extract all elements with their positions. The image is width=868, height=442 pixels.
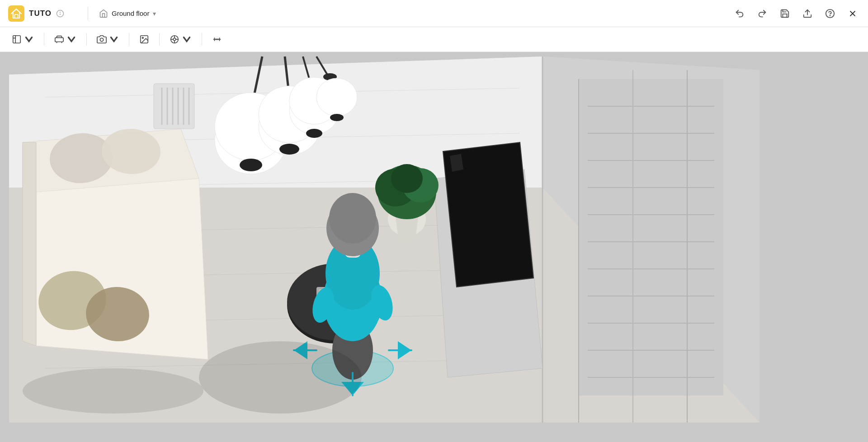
redo-button[interactable] bbox=[755, 6, 769, 21]
toolbar bbox=[0, 27, 868, 52]
toolbar-sep-5 bbox=[202, 33, 202, 46]
floor-chevron-icon: ▾ bbox=[153, 10, 156, 17]
ruler-icon bbox=[212, 34, 222, 44]
scene-3d bbox=[0, 52, 868, 442]
svg-point-76 bbox=[316, 78, 357, 116]
topbar-divider bbox=[88, 7, 88, 20]
svg-point-80 bbox=[330, 114, 344, 121]
image-tool-button[interactable] bbox=[135, 32, 154, 47]
furniture-tool-button[interactable] bbox=[50, 32, 81, 47]
room-dropdown-icon bbox=[182, 34, 192, 44]
close-button[interactable] bbox=[845, 6, 860, 21]
logo-area: TUTO bbox=[8, 5, 80, 22]
toolbar-sep-3 bbox=[129, 33, 129, 46]
canvas-area[interactable]: Select your view mode 2D 3D − + bbox=[0, 52, 868, 442]
help-button[interactable] bbox=[823, 6, 837, 21]
toolbar-sep-2 bbox=[86, 33, 87, 46]
svg-point-79 bbox=[306, 129, 322, 138]
svg-rect-0 bbox=[8, 5, 24, 22]
floor-plan-icon bbox=[99, 9, 108, 18]
svg-marker-92 bbox=[396, 217, 418, 242]
save-button[interactable] bbox=[778, 6, 792, 21]
topbar-right bbox=[732, 6, 860, 21]
layout-tool-button[interactable] bbox=[7, 32, 38, 47]
room-icon bbox=[170, 34, 179, 44]
undo-button[interactable] bbox=[732, 6, 747, 21]
layout-dropdown-icon bbox=[24, 34, 34, 44]
furniture-icon bbox=[54, 34, 64, 44]
share-button[interactable] bbox=[800, 6, 815, 21]
furniture-dropdown-icon bbox=[66, 34, 76, 44]
floor-selector[interactable]: Ground floor ▾ bbox=[95, 7, 160, 20]
svg-point-20 bbox=[173, 38, 176, 41]
topbar: TUTO Ground floor ▾ bbox=[0, 0, 868, 27]
camera-tool-button[interactable] bbox=[92, 32, 123, 47]
svg-rect-13 bbox=[55, 38, 63, 42]
svg-point-109 bbox=[329, 193, 376, 244]
image-icon bbox=[139, 34, 149, 44]
floor-label: Ground floor bbox=[112, 9, 149, 17]
toolbar-sep-4 bbox=[159, 33, 160, 46]
app-logo-icon bbox=[8, 5, 24, 22]
svg-point-16 bbox=[100, 38, 103, 41]
svg-point-77 bbox=[240, 159, 262, 171]
camera-dropdown-icon bbox=[109, 34, 119, 44]
svg-marker-31 bbox=[579, 79, 723, 395]
svg-marker-90 bbox=[450, 154, 463, 172]
svg-marker-57 bbox=[23, 142, 36, 346]
svg-rect-10 bbox=[13, 36, 21, 43]
app-title: TUTO bbox=[29, 9, 52, 18]
svg-point-96 bbox=[391, 164, 423, 193]
svg-point-78 bbox=[279, 144, 299, 155]
ruler-tool-button[interactable] bbox=[208, 32, 226, 47]
info-icon[interactable] bbox=[56, 9, 64, 18]
svg-point-18 bbox=[142, 37, 143, 38]
svg-point-117 bbox=[23, 368, 203, 414]
layout-icon bbox=[12, 34, 22, 44]
svg-point-116 bbox=[199, 341, 362, 414]
room-tool-button[interactable] bbox=[165, 32, 196, 47]
toolbar-sep-1 bbox=[44, 33, 44, 46]
camera-icon bbox=[97, 34, 107, 44]
